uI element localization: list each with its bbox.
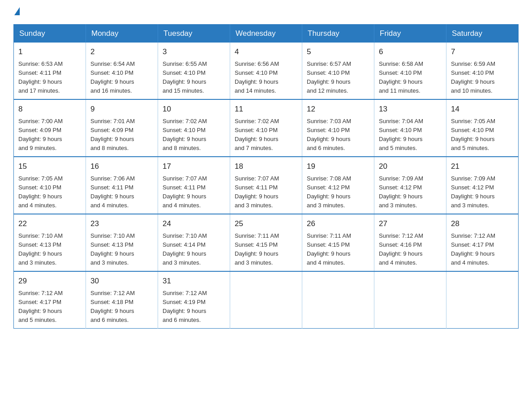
- day-info: Sunrise: 7:11 AMSunset: 4:15 PMDaylight:…: [307, 231, 369, 268]
- day-info: Sunrise: 6:58 AMSunset: 4:10 PMDaylight:…: [379, 60, 442, 96]
- day-info: Sunrise: 6:57 AMSunset: 4:10 PMDaylight:…: [307, 60, 369, 96]
- day-info: Sunrise: 7:12 AMSunset: 4:16 PMDaylight:…: [379, 231, 442, 268]
- day-info: Sunrise: 7:09 AMSunset: 4:12 PMDaylight:…: [451, 174, 514, 210]
- day-header-thursday: Thursday: [302, 25, 374, 43]
- day-number: 12: [307, 103, 369, 115]
- calendar-cell: 1Sunrise: 6:53 AMSunset: 4:11 PMDaylight…: [14, 43, 86, 99]
- calendar-cell: 31Sunrise: 7:12 AMSunset: 4:19 PMDayligh…: [158, 271, 230, 329]
- calendar-cell: 4Sunrise: 6:56 AMSunset: 4:10 PMDaylight…: [230, 43, 302, 99]
- calendar-cell: 10Sunrise: 7:02 AMSunset: 4:10 PMDayligh…: [158, 99, 230, 157]
- day-number: 22: [18, 218, 81, 230]
- day-header-tuesday: Tuesday: [158, 25, 230, 43]
- day-info: Sunrise: 7:11 AMSunset: 4:15 PMDaylight:…: [235, 231, 297, 268]
- calendar-week-row: 1Sunrise: 6:53 AMSunset: 4:11 PMDaylight…: [14, 43, 519, 99]
- day-number: 9: [90, 103, 153, 115]
- logo-triangle-icon: [14, 7, 20, 15]
- page-header: [13, 9, 519, 15]
- day-number: 31: [163, 275, 225, 287]
- calendar-cell: 23Sunrise: 7:10 AMSunset: 4:13 PMDayligh…: [86, 214, 158, 271]
- day-number: 13: [379, 103, 442, 115]
- day-header-sunday: Sunday: [14, 25, 86, 43]
- calendar-cell: 12Sunrise: 7:03 AMSunset: 4:10 PMDayligh…: [302, 99, 374, 157]
- day-info: Sunrise: 7:07 AMSunset: 4:11 PMDaylight:…: [163, 174, 225, 210]
- calendar-cell: 28Sunrise: 7:12 AMSunset: 4:17 PMDayligh…: [446, 214, 519, 271]
- day-number: 24: [163, 218, 225, 230]
- calendar-cell: 27Sunrise: 7:12 AMSunset: 4:16 PMDayligh…: [374, 214, 446, 271]
- day-info: Sunrise: 7:12 AMSunset: 4:19 PMDaylight:…: [163, 289, 225, 325]
- day-number: 26: [307, 218, 369, 230]
- calendar-week-row: 15Sunrise: 7:05 AMSunset: 4:10 PMDayligh…: [14, 157, 519, 214]
- calendar-cell: [446, 271, 519, 329]
- day-number: 28: [451, 218, 514, 230]
- day-info: Sunrise: 7:05 AMSunset: 4:10 PMDaylight:…: [18, 174, 81, 210]
- calendar-week-row: 29Sunrise: 7:12 AMSunset: 4:17 PMDayligh…: [14, 271, 519, 329]
- day-info: Sunrise: 7:10 AMSunset: 4:14 PMDaylight:…: [163, 231, 225, 268]
- calendar-cell: 20Sunrise: 7:09 AMSunset: 4:12 PMDayligh…: [374, 157, 446, 214]
- calendar-cell: 13Sunrise: 7:04 AMSunset: 4:10 PMDayligh…: [374, 99, 446, 157]
- day-info: Sunrise: 7:09 AMSunset: 4:12 PMDaylight:…: [379, 174, 442, 210]
- day-header-wednesday: Wednesday: [230, 25, 302, 43]
- day-number: 19: [307, 161, 369, 172]
- day-info: Sunrise: 6:59 AMSunset: 4:10 PMDaylight:…: [451, 60, 514, 96]
- calendar-cell: 17Sunrise: 7:07 AMSunset: 4:11 PMDayligh…: [158, 157, 230, 214]
- calendar-cell: 24Sunrise: 7:10 AMSunset: 4:14 PMDayligh…: [158, 214, 230, 271]
- calendar-cell: 18Sunrise: 7:07 AMSunset: 4:11 PMDayligh…: [230, 157, 302, 214]
- calendar-cell: 2Sunrise: 6:54 AMSunset: 4:10 PMDaylight…: [86, 43, 158, 99]
- calendar-cell: 29Sunrise: 7:12 AMSunset: 4:17 PMDayligh…: [14, 271, 86, 329]
- day-number: 8: [18, 103, 81, 115]
- day-info: Sunrise: 7:05 AMSunset: 4:10 PMDaylight:…: [451, 117, 514, 153]
- day-number: 15: [18, 161, 81, 172]
- calendar-cell: 8Sunrise: 7:00 AMSunset: 4:09 PMDaylight…: [14, 99, 86, 157]
- day-info: Sunrise: 6:54 AMSunset: 4:10 PMDaylight:…: [90, 60, 153, 96]
- calendar-cell: 6Sunrise: 6:58 AMSunset: 4:10 PMDaylight…: [374, 43, 446, 99]
- day-info: Sunrise: 7:01 AMSunset: 4:09 PMDaylight:…: [90, 117, 153, 153]
- day-number: 3: [163, 46, 225, 58]
- day-number: 11: [235, 103, 297, 115]
- day-number: 4: [235, 46, 297, 58]
- day-number: 14: [451, 103, 514, 115]
- day-number: 10: [163, 103, 225, 115]
- day-number: 25: [235, 218, 297, 230]
- day-number: 21: [451, 161, 514, 172]
- calendar-header-row: SundayMondayTuesdayWednesdayThursdayFrid…: [14, 25, 519, 43]
- day-number: 18: [235, 161, 297, 172]
- calendar-cell: 7Sunrise: 6:59 AMSunset: 4:10 PMDaylight…: [446, 43, 519, 99]
- calendar-cell: 14Sunrise: 7:05 AMSunset: 4:10 PMDayligh…: [446, 99, 519, 157]
- day-info: Sunrise: 7:06 AMSunset: 4:11 PMDaylight:…: [90, 174, 153, 210]
- day-header-friday: Friday: [374, 25, 446, 43]
- day-info: Sunrise: 7:02 AMSunset: 4:10 PMDaylight:…: [235, 117, 297, 153]
- day-info: Sunrise: 7:12 AMSunset: 4:18 PMDaylight:…: [90, 289, 153, 325]
- calendar-cell: 21Sunrise: 7:09 AMSunset: 4:12 PMDayligh…: [446, 157, 519, 214]
- day-number: 16: [90, 161, 153, 172]
- day-number: 17: [163, 161, 225, 172]
- calendar-cell: 15Sunrise: 7:05 AMSunset: 4:10 PMDayligh…: [14, 157, 86, 214]
- day-info: Sunrise: 6:55 AMSunset: 4:10 PMDaylight:…: [163, 60, 225, 96]
- calendar-week-row: 8Sunrise: 7:00 AMSunset: 4:09 PMDaylight…: [14, 99, 519, 157]
- day-number: 5: [307, 46, 369, 58]
- calendar-cell: 25Sunrise: 7:11 AMSunset: 4:15 PMDayligh…: [230, 214, 302, 271]
- calendar-week-row: 22Sunrise: 7:10 AMSunset: 4:13 PMDayligh…: [14, 214, 519, 271]
- calendar-cell: 16Sunrise: 7:06 AMSunset: 4:11 PMDayligh…: [86, 157, 158, 214]
- calendar-cell: 9Sunrise: 7:01 AMSunset: 4:09 PMDaylight…: [86, 99, 158, 157]
- day-info: Sunrise: 7:02 AMSunset: 4:10 PMDaylight:…: [163, 117, 225, 153]
- day-info: Sunrise: 7:08 AMSunset: 4:12 PMDaylight:…: [307, 174, 369, 210]
- calendar-table: SundayMondayTuesdayWednesdayThursdayFrid…: [13, 24, 519, 329]
- calendar-cell: 3Sunrise: 6:55 AMSunset: 4:10 PMDaylight…: [158, 43, 230, 99]
- day-header-monday: Monday: [86, 25, 158, 43]
- day-info: Sunrise: 7:04 AMSunset: 4:10 PMDaylight:…: [379, 117, 442, 153]
- day-info: Sunrise: 7:10 AMSunset: 4:13 PMDaylight:…: [90, 231, 153, 268]
- day-info: Sunrise: 6:53 AMSunset: 4:11 PMDaylight:…: [18, 60, 81, 96]
- calendar-cell: [374, 271, 446, 329]
- day-number: 23: [90, 218, 153, 230]
- day-info: Sunrise: 7:12 AMSunset: 4:17 PMDaylight:…: [18, 289, 81, 325]
- day-number: 29: [18, 275, 81, 287]
- day-number: 2: [90, 46, 153, 58]
- day-number: 20: [379, 161, 442, 172]
- calendar-cell: 5Sunrise: 6:57 AMSunset: 4:10 PMDaylight…: [302, 43, 374, 99]
- calendar-cell: 19Sunrise: 7:08 AMSunset: 4:12 PMDayligh…: [302, 157, 374, 214]
- calendar-cell: [230, 271, 302, 329]
- day-number: 27: [379, 218, 442, 230]
- day-number: 6: [379, 46, 442, 58]
- day-info: Sunrise: 6:56 AMSunset: 4:10 PMDaylight:…: [235, 60, 297, 96]
- calendar-cell: 26Sunrise: 7:11 AMSunset: 4:15 PMDayligh…: [302, 214, 374, 271]
